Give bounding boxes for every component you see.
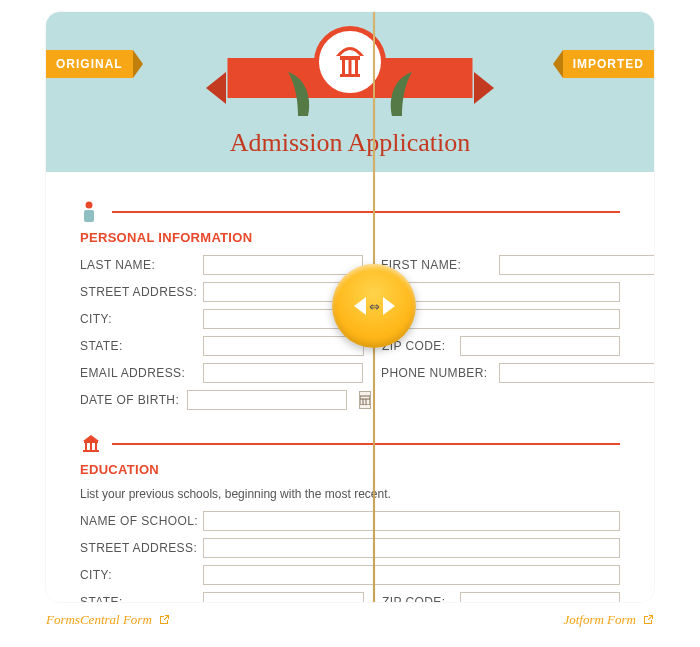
label-dob: DATE OF BIRTH: bbox=[80, 393, 179, 407]
edu-city-input[interactable] bbox=[203, 565, 620, 585]
svg-point-0 bbox=[303, 99, 309, 105]
edu-zip-input[interactable] bbox=[460, 592, 620, 602]
first-name-input[interactable] bbox=[499, 255, 654, 275]
flag-tail bbox=[553, 50, 563, 78]
svg-point-3 bbox=[391, 99, 397, 105]
helper-left: List your previous schools, beginning wi… bbox=[80, 487, 365, 501]
svg-rect-11 bbox=[84, 210, 94, 222]
calendar-icon[interactable] bbox=[359, 391, 371, 409]
person-icon bbox=[80, 200, 102, 224]
ribbon-tail-right bbox=[474, 72, 494, 104]
imported-flag: IMPORTED bbox=[553, 50, 654, 78]
arrow-right-icon bbox=[383, 297, 395, 315]
external-link-icon bbox=[642, 614, 654, 626]
svg-rect-18 bbox=[85, 443, 87, 450]
resize-horizontal-icon: ⇔ bbox=[369, 300, 380, 313]
institution-icon bbox=[80, 432, 102, 456]
section-band-education bbox=[80, 432, 620, 456]
jotform-link-label: Jotform Form bbox=[563, 612, 636, 628]
education-helper-text: List your previous schools, beginning wi… bbox=[80, 487, 620, 501]
label-edu-city: CITY: bbox=[80, 568, 195, 582]
phone-input[interactable] bbox=[499, 363, 654, 383]
original-flag-label: ORIGINAL bbox=[46, 50, 133, 78]
label-last-name: LAST NAME: bbox=[80, 258, 195, 272]
svg-rect-21 bbox=[83, 450, 99, 452]
label-state: STATE: bbox=[80, 339, 195, 353]
original-flag: ORIGINAL bbox=[46, 50, 143, 78]
svg-rect-12 bbox=[360, 396, 370, 405]
form-header: Admission Application bbox=[46, 12, 654, 172]
svg-marker-16 bbox=[83, 435, 99, 441]
label-phone: PHONE NUMBER: bbox=[381, 366, 491, 380]
laurel-left-icon bbox=[276, 68, 316, 118]
state-input[interactable] bbox=[203, 336, 364, 356]
formscentral-link[interactable]: FormsCentral Form bbox=[46, 612, 170, 628]
svg-point-4 bbox=[393, 89, 399, 95]
edu-state-input[interactable] bbox=[203, 592, 364, 602]
label-first-name: FIRST NAME: bbox=[381, 258, 491, 272]
helper-right: cent. bbox=[365, 487, 391, 501]
svg-point-5 bbox=[399, 79, 405, 85]
label-street-address: STREET ADDRESS: bbox=[80, 285, 195, 299]
last-name-input[interactable] bbox=[203, 255, 363, 275]
zip-input[interactable] bbox=[460, 336, 620, 356]
jotform-link[interactable]: Jotform Form bbox=[563, 612, 654, 628]
svg-point-2 bbox=[295, 79, 301, 85]
label-edu-zip: ZIP CODE: bbox=[382, 595, 452, 602]
section-heading-personal: PERSONAL INFORMATION bbox=[80, 230, 620, 245]
external-link-icon bbox=[158, 614, 170, 626]
section-band-personal bbox=[80, 200, 620, 224]
form-body: PERSONAL INFORMATION LAST NAME: FIRST NA… bbox=[46, 172, 654, 602]
imported-flag-label: IMPORTED bbox=[563, 50, 654, 78]
medallion-icon bbox=[314, 26, 386, 98]
section-rule bbox=[112, 443, 620, 445]
section-rule bbox=[112, 211, 620, 213]
section-heading-education: EDUCATION bbox=[80, 462, 620, 477]
label-edu-state: STATE: bbox=[80, 595, 195, 602]
footer-links: FormsCentral Form Jotform Form bbox=[46, 612, 654, 628]
email-input[interactable] bbox=[203, 363, 363, 383]
svg-point-1 bbox=[301, 89, 307, 95]
svg-rect-19 bbox=[90, 443, 92, 450]
flag-tail bbox=[133, 50, 143, 78]
svg-rect-9 bbox=[340, 74, 360, 77]
svg-rect-8 bbox=[355, 60, 358, 74]
label-edu-street: STREET ADDRESS: bbox=[80, 541, 195, 555]
arrow-left-icon bbox=[354, 297, 366, 315]
svg-rect-17 bbox=[84, 441, 98, 443]
label-email: EMAIL ADDRESS: bbox=[80, 366, 195, 380]
label-school-name: NAME OF SCHOOL: bbox=[80, 514, 195, 528]
form-title: Admission Application bbox=[46, 128, 654, 158]
ribbon-tail-left bbox=[206, 72, 226, 104]
laurel-right-icon bbox=[384, 68, 424, 118]
svg-rect-20 bbox=[95, 443, 97, 450]
svg-rect-6 bbox=[342, 60, 345, 74]
edu-street-input[interactable] bbox=[203, 538, 620, 558]
svg-point-10 bbox=[86, 202, 93, 209]
svg-rect-7 bbox=[349, 60, 352, 74]
slider-handle[interactable]: ⇔ bbox=[332, 264, 416, 348]
school-name-input[interactable] bbox=[203, 511, 620, 531]
label-city: CITY: bbox=[80, 312, 195, 326]
dob-input[interactable] bbox=[187, 390, 347, 410]
formscentral-link-label: FormsCentral Form bbox=[46, 612, 152, 628]
